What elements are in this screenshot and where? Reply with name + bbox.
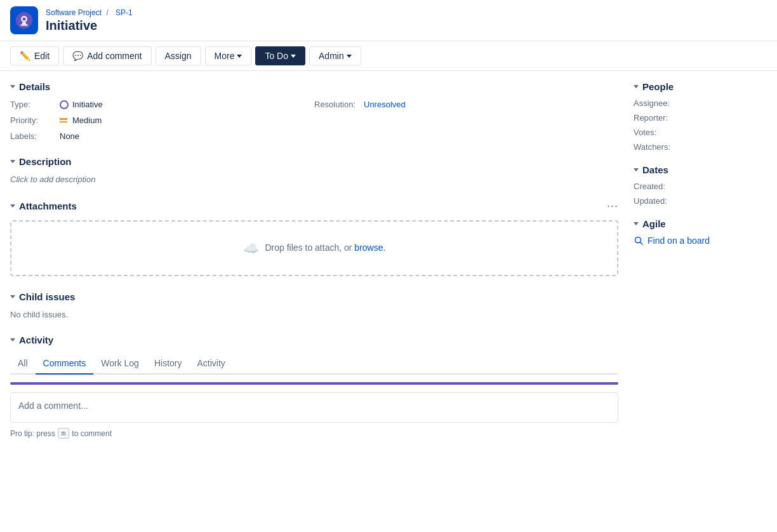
assign-label: Assign: [165, 51, 192, 61]
find-on-board-link[interactable]: Find on a board: [634, 236, 767, 246]
details-section: Details Type: Initiative Priority:: [10, 81, 618, 141]
priority-label: Priority:: [10, 116, 55, 125]
more-button[interactable]: More: [205, 46, 252, 65]
breadcrumb: Software Project / SP-1 Initiative: [46, 8, 135, 33]
initiative-icon: [60, 100, 69, 109]
breadcrumb-path: Software Project / SP-1: [46, 8, 135, 17]
page-title: Initiative: [46, 18, 135, 33]
more-chevron-icon: [237, 55, 242, 58]
comment-input[interactable]: Add a comment...: [10, 392, 618, 423]
find-board-label: Find on a board: [648, 236, 710, 246]
app-container: Software Project / SP-1 Initiative ✏️ Ed…: [0, 0, 777, 532]
more-label: More: [215, 51, 235, 61]
details-title: Details: [19, 81, 50, 92]
child-issues-header: Child issues: [10, 291, 618, 302]
people-header: People: [634, 81, 767, 92]
find-board-search-icon: [634, 236, 644, 246]
tab-activity[interactable]: Activity: [189, 353, 232, 375]
drop-zone[interactable]: ☁️ Drop files to attach, or browse.: [10, 220, 618, 276]
dates-section: Dates Created: Updated:: [634, 164, 767, 206]
resolution-value: Unresolved: [364, 100, 406, 109]
details-col-left: Type: Initiative Priority:: [10, 100, 314, 141]
description-toggle-icon[interactable]: [10, 160, 15, 163]
type-label: Type:: [10, 100, 55, 109]
activity-title: Activity: [19, 335, 53, 345]
svg-rect-4: [22, 22, 26, 25]
labels-value: None: [60, 131, 79, 141]
attachments-header: Attachments ···: [10, 199, 618, 213]
activity-tabs: All Comments Work Log History Activity: [10, 353, 618, 375]
people-title: People: [642, 81, 674, 92]
attachments-section: Attachments ··· ☁️ Drop files to attach,…: [10, 199, 618, 276]
admin-button[interactable]: Admin: [309, 46, 361, 65]
admin-label: Admin: [319, 51, 344, 61]
assign-button[interactable]: Assign: [156, 46, 201, 65]
todo-label: To Do: [265, 51, 288, 61]
pro-tip-suffix: to comment: [72, 429, 112, 438]
edit-label: Edit: [34, 51, 50, 61]
details-toggle-icon[interactable]: [10, 85, 15, 88]
todo-button[interactable]: To Do: [255, 46, 305, 65]
admin-chevron-icon: [347, 55, 352, 58]
pro-tip: Pro tip: press m to comment: [10, 428, 618, 439]
dates-toggle-icon[interactable]: [634, 168, 639, 171]
dates-header: Dates: [634, 164, 767, 175]
project-icon: [10, 6, 38, 34]
priority-row: Priority: Medium: [10, 116, 314, 125]
attachments-toggle-icon[interactable]: [10, 204, 15, 208]
project-link[interactable]: Software Project: [46, 8, 102, 17]
drop-text: Drop files to attach, or: [265, 243, 352, 253]
left-panel: Details Type: Initiative Priority:: [10, 81, 618, 522]
priority-value: Medium: [60, 116, 102, 125]
attachments-more-icon[interactable]: ···: [607, 199, 618, 213]
people-toggle-icon[interactable]: [634, 85, 639, 88]
description-placeholder[interactable]: Click to add description: [10, 175, 618, 184]
created-row: Created:: [634, 182, 767, 191]
type-row: Type: Initiative: [10, 100, 314, 109]
votes-label: Votes:: [634, 128, 656, 137]
edit-icon: ✏️: [20, 51, 30, 61]
labels-label: Labels:: [10, 131, 55, 141]
details-table: Type: Initiative Priority:: [10, 100, 618, 141]
people-section: People Assignee: Reporter: Votes: Watche…: [634, 81, 767, 152]
add-comment-label: Add comment: [87, 51, 142, 61]
todo-chevron-icon: [291, 55, 296, 58]
created-label: Created:: [634, 182, 665, 191]
votes-row: Votes:: [634, 128, 767, 137]
pro-tip-key: m: [58, 428, 70, 439]
reporter-label: Reporter:: [634, 113, 668, 123]
tab-history[interactable]: History: [147, 353, 190, 375]
activity-section: Activity All Comments Work Log History A…: [10, 335, 618, 439]
main-content: Details Type: Initiative Priority:: [0, 71, 777, 532]
child-issues-title: Child issues: [19, 291, 75, 302]
assignee-label: Assignee:: [634, 98, 670, 108]
child-issues-toggle-icon[interactable]: [10, 295, 15, 298]
agile-title: Agile: [642, 218, 666, 229]
updated-label: Updated:: [634, 196, 667, 206]
details-section-header: Details: [10, 81, 618, 92]
tab-comments[interactable]: Comments: [36, 353, 94, 375]
activity-toggle-icon[interactable]: [10, 338, 15, 342]
agile-section: Agile Find on a board: [634, 218, 767, 246]
upload-cloud-icon: ☁️: [243, 241, 259, 256]
tab-work-log[interactable]: Work Log: [93, 353, 147, 375]
details-col-right: Resolution: Unresolved: [314, 100, 618, 141]
edit-button[interactable]: ✏️ Edit: [10, 46, 59, 65]
svg-line-6: [641, 243, 643, 245]
no-child-text: No child issues.: [10, 310, 618, 319]
tab-all[interactable]: All: [10, 353, 36, 375]
assignee-row: Assignee:: [634, 98, 767, 108]
updated-row: Updated:: [634, 196, 767, 206]
svg-point-2: [23, 18, 26, 21]
child-issues-section: Child issues No child issues.: [10, 291, 618, 319]
breadcrumb-separator: /: [106, 8, 108, 17]
right-panel: People Assignee: Reporter: Votes: Watche…: [634, 81, 767, 522]
comment-icon: 💬: [72, 51, 83, 61]
browse-link[interactable]: browse.: [354, 243, 385, 253]
issue-id[interactable]: SP-1: [116, 8, 133, 17]
watchers-label: Watchers:: [634, 142, 670, 152]
agile-toggle-icon[interactable]: [634, 222, 639, 225]
reporter-row: Reporter:: [634, 113, 767, 123]
add-comment-button[interactable]: 💬 Add comment: [63, 46, 151, 65]
priority-icon: [60, 118, 69, 123]
